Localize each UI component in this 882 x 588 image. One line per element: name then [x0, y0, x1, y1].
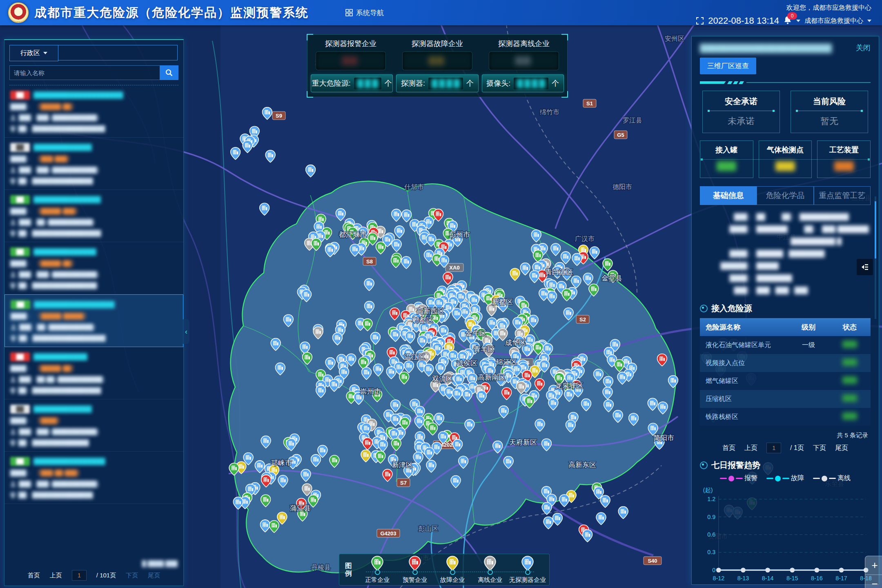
region-filter-dropdown[interactable]: 行政区: [9, 45, 58, 61]
table-row[interactable]: 铁路栈桥区: [700, 408, 871, 426]
table-row[interactable]: 视频接入点位: [700, 354, 871, 372]
contact-row: ███：███ (███████████): [10, 167, 178, 174]
total-counter-pill: 探测器:个: [396, 74, 478, 92]
zoom-in-button[interactable]: +: [865, 556, 882, 575]
pagination-prev-button[interactable]: 上页: [744, 444, 757, 452]
status-badge: ██: [10, 352, 30, 361]
page-number-input[interactable]: 1: [766, 443, 781, 453]
legend-ring: [488, 570, 493, 575]
zoom-out-button[interactable]: −: [865, 575, 882, 588]
company-card[interactable]: ██████████████████：【█████-██】███：██ ██ (…: [4, 347, 183, 399]
pagination-last-button[interactable]: 尾页: [148, 572, 160, 579]
svg-text:(起): (起): [703, 487, 713, 493]
company-name: ████████████████: [33, 458, 105, 465]
pagination-next-button[interactable]: 下页: [813, 444, 826, 452]
table-row[interactable]: 燃气储罐区: [700, 372, 871, 390]
company-card[interactable]: ████████████████████████：【█████-█████】██…: [4, 294, 183, 347]
company-card[interactable]: ████████████████████：【█████-██】███：███ (…: [4, 242, 183, 294]
datetime-text: 2022-08-18 13:14: [708, 16, 779, 26]
total-counter-pill: 摄像头:个: [482, 74, 564, 92]
blurred-digits: [354, 78, 381, 89]
blurred-value: [717, 161, 736, 171]
map-label: 双流区: [432, 375, 453, 383]
tab-危险化学品[interactable]: 危险化学品: [757, 186, 813, 205]
panel-collapse-button[interactable]: [857, 259, 873, 275]
tab-重点监管工艺[interactable]: 重点监管工艺: [814, 186, 871, 205]
pagination-prev-button[interactable]: 上页: [50, 572, 62, 579]
legend-item: 正常企业: [359, 556, 396, 584]
status-badge: ██: [10, 405, 30, 414]
fullscreen-icon[interactable]: [696, 17, 704, 25]
patrol-3d-button[interactable]: 三维厂区巡查: [700, 58, 756, 74]
sidebar-collapse-toggle[interactable]: ‹: [183, 319, 189, 344]
legend-entry[interactable]: 报警: [720, 474, 757, 483]
company-card[interactable]: ██████████████████████：【███·██-███】███：█…: [4, 452, 183, 504]
address-row: ██：███████████████: [10, 492, 178, 499]
region-filter-label: 行政区: [20, 49, 40, 58]
road-shield: XA0: [445, 263, 463, 272]
company-card[interactable]: ███████████████████：【████】███：███ (█████…: [4, 399, 183, 452]
search-button[interactable]: [160, 65, 178, 80]
legend-pin-icon: [371, 556, 383, 571]
map-label: 金堂县: [601, 274, 622, 282]
map-legend-panel: 图例 正常企业预警企业故障企业离线企业无探测器企业: [339, 554, 550, 586]
detector-stat-column: 探测器故障企业88: [402, 39, 472, 70]
map-label: 高新东区: [568, 461, 596, 469]
table-row[interactable]: 液化石油气储罐区单元一级: [700, 336, 871, 354]
trend-chart: 00.30.60.91.2(起)8-128-138-148-158-168-17…: [700, 483, 871, 588]
address-row: ██：█████████████████: [10, 230, 178, 237]
user-org-menu[interactable]: 成都市应急救援中心: [804, 17, 863, 25]
map-label: 彭州市: [449, 231, 470, 238]
status-badge: ██: [10, 457, 30, 466]
svg-text:8-16: 8-16: [811, 575, 823, 581]
contact-row: ███：███ (███████████): [10, 428, 178, 436]
legend-entry[interactable]: 故障: [766, 474, 804, 483]
nav-system-menu[interactable]: 系统导航: [345, 8, 384, 18]
pagination-last-button[interactable]: 尾页: [835, 444, 848, 452]
col-level: 级别: [788, 318, 829, 336]
legend-entry[interactable]: 离线: [813, 474, 851, 483]
road-shield: G5: [614, 131, 627, 139]
search-input[interactable]: [9, 65, 160, 80]
current-risk-value: 暂无: [791, 115, 868, 127]
tab-基础信息[interactable]: 基础信息: [700, 186, 757, 205]
detail-stat-box: 工艺装置: [817, 140, 871, 178]
map-label: 绵竹市: [540, 109, 559, 116]
info-row: ████：██████ · ████████: [700, 247, 871, 260]
table-row[interactable]: 压缩机区: [700, 390, 871, 408]
map-label: 彭山区: [418, 525, 438, 532]
pagination-first-button[interactable]: 首页: [722, 444, 735, 452]
map-label: 青羊区: [474, 345, 494, 353]
legend-ring: [412, 570, 418, 575]
legend-pin-icon: [446, 556, 459, 571]
location-pin-icon: [10, 283, 16, 289]
location-pin-icon: [10, 388, 16, 394]
hazard-section-header: 接入危险源: [700, 303, 871, 314]
map-label: 龙泉驿区: [555, 382, 583, 390]
notification-bell[interactable]: 0: [783, 16, 792, 26]
location-pin-icon: [10, 230, 16, 237]
led-counter: 88: [316, 51, 386, 70]
company-name: ███████████████: [33, 196, 101, 203]
map-label: 青白江区: [545, 268, 573, 276]
page-total-text: / 1页: [790, 444, 804, 452]
led-counter: 88: [402, 51, 472, 70]
industry-row: ████：【████】: [10, 417, 178, 425]
company-card[interactable]: █████████████████████：【█████-███】███：██ …: [4, 190, 183, 242]
pagination-next-button[interactable]: 下页: [126, 572, 138, 579]
region-value-input[interactable]: [58, 45, 178, 60]
industry-row: ████：【███·██-███】: [10, 470, 178, 477]
page-number-input[interactable]: 1: [72, 570, 87, 581]
blurred-value: [834, 161, 854, 171]
detail-title: ████████████████████████: [700, 43, 832, 53]
blurred-digits: [428, 78, 463, 89]
app-header: 成都市重大危险源（危险化学品）监测预警系统 系统导航 欢迎您，成都市应急救援中心…: [0, 0, 882, 25]
road-shield: S2: [576, 315, 589, 323]
company-card[interactable]: ███████████████████：【███-███】███：███ (██…: [4, 138, 183, 190]
company-card[interactable]: ██████████████████████████：【█████-██】███…: [4, 85, 183, 138]
road-shield: G4203: [377, 529, 400, 537]
pagination-first-button[interactable]: 首页: [28, 572, 40, 579]
close-button[interactable]: 关闭: [856, 43, 871, 53]
panel-scrollbar-thumb[interactable]: [875, 201, 876, 258]
chevron-down-icon: [796, 20, 800, 22]
